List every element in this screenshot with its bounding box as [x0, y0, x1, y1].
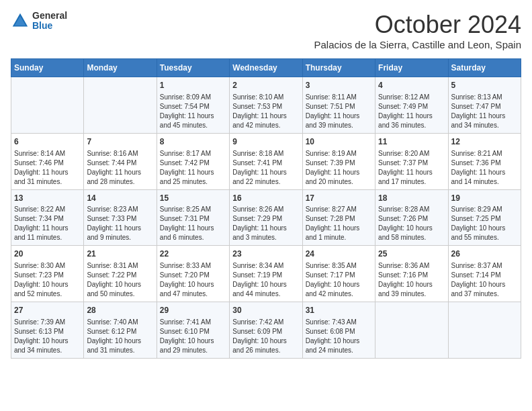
day-detail: Daylight: 11 hours and 45 minutes. — [160, 111, 226, 130]
day-detail: Daylight: 11 hours and 36 minutes. — [378, 111, 445, 130]
calendar-cell: 31Sunrise: 7:43 AMSunset: 6:08 PMDayligh… — [302, 302, 375, 359]
day-number: 10 — [306, 136, 372, 148]
header-day-sunday: Sunday — [11, 59, 84, 77]
day-number: 20 — [14, 248, 81, 260]
calendar-cell: 27Sunrise: 7:39 AMSunset: 6:13 PMDayligh… — [11, 302, 84, 359]
day-number: 1 — [160, 80, 226, 91]
calendar-cell: 20Sunrise: 8:30 AMSunset: 7:23 PMDayligh… — [11, 246, 84, 302]
day-detail: Daylight: 11 hours and 14 minutes. — [451, 168, 518, 187]
day-number: 31 — [306, 305, 372, 316]
day-detail: Sunrise: 8:37 AM — [451, 261, 518, 271]
day-number: 3 — [306, 80, 372, 91]
calendar-cell: 5Sunrise: 8:13 AMSunset: 7:47 PMDaylight… — [448, 77, 521, 134]
header-day-tuesday: Tuesday — [157, 59, 229, 77]
day-detail: Sunrise: 8:33 AM — [160, 261, 226, 271]
day-detail: Sunset: 7:44 PM — [87, 158, 153, 168]
day-number: 15 — [160, 193, 226, 204]
day-detail: Sunset: 7:14 PM — [451, 271, 518, 280]
day-number: 22 — [160, 248, 226, 260]
day-detail: Sunrise: 8:14 AM — [14, 149, 81, 158]
day-detail: Sunset: 6:09 PM — [232, 327, 299, 336]
day-number: 2 — [232, 80, 299, 91]
day-detail: Sunset: 7:53 PM — [232, 102, 299, 111]
day-number: 13 — [14, 193, 81, 204]
day-detail: Daylight: 11 hours and 1 minute. — [306, 224, 372, 242]
day-detail: Daylight: 11 hours and 28 minutes. — [87, 168, 153, 187]
calendar-cell: 21Sunrise: 8:31 AMSunset: 7:22 PMDayligh… — [84, 246, 157, 302]
calendar-cell: 18Sunrise: 8:28 AMSunset: 7:26 PMDayligh… — [375, 189, 448, 246]
day-number: 5 — [451, 80, 518, 91]
day-detail: Daylight: 11 hours and 39 minutes. — [306, 111, 372, 130]
calendar-cell: 13Sunrise: 8:22 AMSunset: 7:34 PMDayligh… — [11, 189, 84, 246]
logo: General Blue — [11, 11, 67, 32]
header-day-wednesday: Wednesday — [230, 59, 302, 77]
calendar-cell: 10Sunrise: 8:19 AMSunset: 7:39 PMDayligh… — [302, 133, 375, 189]
day-detail: Daylight: 11 hours and 17 minutes. — [378, 168, 445, 187]
day-detail: Sunset: 7:31 PM — [160, 214, 226, 224]
day-detail: Sunset: 7:36 PM — [451, 158, 518, 168]
day-detail: Sunset: 7:22 PM — [87, 271, 153, 280]
day-detail: Daylight: 10 hours and 52 minutes. — [14, 280, 81, 299]
day-number: 28 — [87, 305, 153, 316]
day-detail: Daylight: 10 hours and 24 minutes. — [306, 336, 372, 355]
day-detail: Sunrise: 7:40 AM — [87, 318, 153, 327]
calendar-cell: 2Sunrise: 8:10 AMSunset: 7:53 PMDaylight… — [230, 77, 302, 134]
day-detail: Daylight: 11 hours and 20 minutes. — [306, 168, 372, 187]
day-detail: Sunrise: 7:42 AM — [232, 318, 299, 327]
day-number: 8 — [160, 136, 226, 148]
day-detail: Sunset: 7:34 PM — [14, 214, 81, 224]
day-number: 21 — [87, 248, 153, 260]
day-detail: Sunrise: 8:12 AM — [378, 93, 445, 102]
day-detail: Daylight: 11 hours and 22 minutes. — [232, 168, 299, 187]
day-detail: Daylight: 11 hours and 42 minutes. — [232, 111, 299, 130]
day-number: 23 — [232, 248, 299, 260]
calendar-week-row: 20Sunrise: 8:30 AMSunset: 7:23 PMDayligh… — [11, 246, 521, 302]
calendar-cell: 23Sunrise: 8:34 AMSunset: 7:19 PMDayligh… — [230, 246, 302, 302]
location-title: Palacios de la Sierra, Castille and Leon… — [314, 39, 521, 50]
day-detail: Sunrise: 8:17 AM — [160, 149, 226, 158]
day-detail: Sunrise: 8:28 AM — [378, 205, 445, 214]
logo-icon — [11, 11, 30, 30]
calendar-cell — [375, 302, 448, 359]
day-detail: Sunrise: 8:22 AM — [14, 205, 81, 214]
day-detail: Sunrise: 8:30 AM — [14, 261, 81, 271]
day-detail: Sunset: 7:46 PM — [14, 158, 81, 168]
header-day-thursday: Thursday — [302, 59, 375, 77]
day-detail: Sunset: 7:20 PM — [160, 271, 226, 280]
day-detail: Daylight: 10 hours and 44 minutes. — [232, 280, 299, 299]
day-detail: Sunset: 7:54 PM — [160, 102, 226, 111]
day-detail: Sunset: 7:23 PM — [14, 271, 81, 280]
day-number: 4 — [378, 80, 445, 91]
day-detail: Sunset: 7:49 PM — [378, 102, 445, 111]
day-detail: Sunrise: 8:20 AM — [378, 149, 445, 158]
calendar-cell: 11Sunrise: 8:20 AMSunset: 7:37 PMDayligh… — [375, 133, 448, 189]
calendar-week-row: 1Sunrise: 8:09 AMSunset: 7:54 PMDaylight… — [11, 77, 521, 134]
day-number: 6 — [14, 136, 81, 148]
day-detail: Sunset: 7:42 PM — [160, 158, 226, 168]
calendar-cell: 14Sunrise: 8:23 AMSunset: 7:33 PMDayligh… — [84, 189, 157, 246]
day-detail: Sunrise: 8:25 AM — [160, 205, 226, 214]
day-detail: Sunset: 7:19 PM — [232, 271, 299, 280]
calendar-header-row: SundayMondayTuesdayWednesdayThursdayFrid… — [11, 59, 521, 77]
day-detail: Daylight: 10 hours and 47 minutes. — [160, 280, 226, 299]
day-number: 12 — [451, 136, 518, 148]
day-detail: Sunset: 7:29 PM — [232, 214, 299, 224]
day-number: 17 — [306, 193, 372, 204]
day-detail: Sunset: 7:16 PM — [378, 271, 445, 280]
day-number: 24 — [306, 248, 372, 260]
calendar-cell: 26Sunrise: 8:37 AMSunset: 7:14 PMDayligh… — [448, 246, 521, 302]
page-header: General Blue October 2024 Palacios de la… — [11, 11, 521, 56]
calendar-week-row: 13Sunrise: 8:22 AMSunset: 7:34 PMDayligh… — [11, 189, 521, 246]
calendar-cell: 7Sunrise: 8:16 AMSunset: 7:44 PMDaylight… — [84, 133, 157, 189]
day-detail: Sunset: 6:12 PM — [87, 327, 153, 336]
calendar-cell: 1Sunrise: 8:09 AMSunset: 7:54 PMDaylight… — [157, 77, 229, 134]
day-detail: Sunset: 7:41 PM — [232, 158, 299, 168]
day-detail: Daylight: 11 hours and 25 minutes. — [160, 168, 226, 187]
day-detail: Sunrise: 8:36 AM — [378, 261, 445, 271]
day-detail: Daylight: 10 hours and 31 minutes. — [87, 336, 153, 355]
day-detail: Sunrise: 8:09 AM — [160, 93, 226, 102]
day-detail: Sunrise: 8:23 AM — [87, 205, 153, 214]
calendar-week-row: 6Sunrise: 8:14 AMSunset: 7:46 PMDaylight… — [11, 133, 521, 189]
calendar-week-row: 27Sunrise: 7:39 AMSunset: 6:13 PMDayligh… — [11, 302, 521, 359]
day-detail: Daylight: 10 hours and 58 minutes. — [378, 224, 445, 242]
